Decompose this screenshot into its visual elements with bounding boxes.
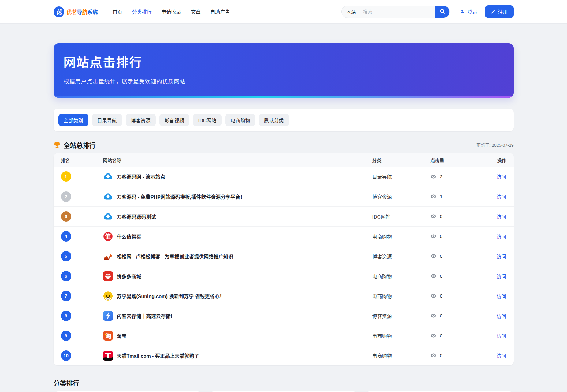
visit-link[interactable]: 访问 bbox=[496, 272, 514, 280]
rank-cell: 10 bbox=[54, 346, 103, 365]
rank-badge: 3 bbox=[61, 211, 71, 222]
svg-text:淘: 淘 bbox=[105, 333, 111, 340]
eye-icon bbox=[431, 194, 436, 199]
visit-link[interactable]: 访问 bbox=[496, 352, 514, 359]
rank-cell: 9 bbox=[54, 326, 103, 346]
section-title: 全站总排行 bbox=[64, 140, 96, 150]
brand-char: 优 bbox=[67, 9, 72, 15]
brand-logo[interactable]: 优 优茗导航系统 bbox=[54, 6, 98, 17]
eye-icon bbox=[431, 353, 436, 358]
search-scope-select[interactable]: 本站 bbox=[342, 9, 356, 15]
filter-chip-6[interactable]: 电商购物 bbox=[225, 114, 255, 126]
site-title-link[interactable]: 刀客源码网 - 演示站点 bbox=[117, 173, 165, 180]
table-head: 排名 网站名称 分类 点击量 操作 bbox=[54, 153, 514, 167]
clicks-count: 0 bbox=[440, 293, 442, 298]
action-cell: 访问 bbox=[496, 266, 514, 286]
site-cell: 闪客云存储｜高速云存储! bbox=[103, 306, 372, 326]
site-cell-inner: 刀客源码 - 免费PHP网站源码模板,插件软件资源分享平台！ bbox=[103, 192, 372, 202]
category-cell: 电商购物 bbox=[372, 286, 431, 306]
clicks-count: 0 bbox=[440, 234, 442, 239]
site-category: 博客资源 bbox=[372, 194, 392, 200]
site-cell-inner: 苏宁易购(Suning.com)-换新到苏宁 省钱更省心！ bbox=[103, 291, 372, 301]
visit-link[interactable]: 访问 bbox=[496, 332, 514, 339]
hero-banner: 网站点击排行 根据用户点击量统计，展示最受欢迎的优质网站 bbox=[54, 43, 514, 98]
visit-link[interactable]: 访问 bbox=[496, 173, 514, 180]
visit-link[interactable]: 访问 bbox=[496, 253, 514, 260]
site-cell-inner: 淘 淘宝 bbox=[103, 331, 372, 341]
site-cell-inner: 刀客源码源码测试 bbox=[103, 212, 372, 221]
table-row: 5 松松网 - 卢松松博客 - 为草根创业者提供网络推广知识 博客资源 0 访问 bbox=[54, 246, 514, 266]
rank-cell: 7 bbox=[54, 286, 103, 306]
register-button[interactable]: 注册 bbox=[485, 5, 513, 18]
site-title-link[interactable]: 拼多多商城 bbox=[117, 272, 141, 280]
filter-chip-2[interactable]: 目录导航 bbox=[92, 114, 122, 126]
site-cell: 松松网 - 卢松松博客 - 为草根创业者提供网络推广知识 bbox=[103, 246, 372, 266]
brand-char: 系 bbox=[88, 9, 93, 15]
filter-chip-4[interactable]: 影音视频 bbox=[159, 114, 189, 126]
category-cell: 电商购物 bbox=[372, 266, 431, 286]
site-title-link[interactable]: 什么值得买 bbox=[117, 233, 141, 240]
nav-item-3[interactable]: 申请收录 bbox=[162, 8, 181, 15]
visit-link[interactable]: 访问 bbox=[496, 213, 514, 220]
nav-item-2[interactable]: 分类排行 bbox=[132, 8, 152, 15]
visit-link[interactable]: 访问 bbox=[496, 233, 514, 240]
login-label: 登录 bbox=[467, 8, 477, 15]
tmall-icon bbox=[103, 351, 113, 361]
site-category: 电商购物 bbox=[372, 234, 392, 239]
brand-name: 优茗导航系统 bbox=[67, 8, 98, 16]
site-title-link[interactable]: 松松网 - 卢松松博客 - 为草根创业者提供网络推广知识 bbox=[117, 253, 233, 260]
nav-item-4[interactable]: 文章 bbox=[191, 8, 201, 15]
rank-cell: 8 bbox=[54, 306, 103, 326]
action-cell: 访问 bbox=[496, 167, 514, 187]
clicks-cell-inner: 2 bbox=[431, 174, 496, 179]
category-cell: IDC网站 bbox=[372, 206, 431, 226]
filter-chip-5[interactable]: IDC网站 bbox=[193, 114, 222, 126]
clicks-cell: 0 bbox=[431, 226, 496, 246]
site-title-link[interactable]: 苏宁易购(Suning.com)-换新到苏宁 省钱更省心！ bbox=[117, 292, 225, 300]
visit-link[interactable]: 访问 bbox=[496, 312, 514, 320]
visit-link[interactable]: 访问 bbox=[496, 292, 514, 300]
site-title-link[interactable]: 淘宝 bbox=[117, 332, 127, 339]
eye-icon bbox=[431, 313, 436, 319]
clicks-cell-inner: 0 bbox=[431, 213, 496, 219]
table-row: 6 拼多多商城 电商购物 0 访问 bbox=[54, 266, 514, 286]
rank-badge: 2 bbox=[61, 191, 71, 202]
filter-chip-3[interactable]: 博客资源 bbox=[126, 114, 156, 126]
brand-char: 航 bbox=[82, 9, 88, 15]
clicks-cell: 0 bbox=[431, 206, 496, 226]
action-cell: 访问 bbox=[496, 187, 514, 206]
clicks-cell-inner: 1 bbox=[431, 194, 496, 199]
search-input[interactable] bbox=[356, 9, 435, 14]
rank-cell: 6 bbox=[54, 266, 103, 286]
visit-link[interactable]: 访问 bbox=[496, 193, 514, 200]
smzdm-icon: 值 bbox=[103, 231, 113, 241]
clicks-count: 0 bbox=[440, 214, 442, 219]
category-filter-bar: 全部类别目录导航博客资源影音视频IDC网站电商购物默认分类 bbox=[54, 109, 514, 131]
site-title-link[interactable]: 刀客源码 - 免费PHP网站源码模板,插件软件资源分享平台！ bbox=[117, 193, 245, 200]
category-cell: 目录导航 bbox=[372, 167, 431, 187]
column-header-category: 分类 bbox=[372, 153, 431, 167]
filter-chip-7[interactable]: 默认分类 bbox=[259, 114, 289, 126]
pencil-icon bbox=[491, 9, 495, 14]
category-cell: 电商购物 bbox=[372, 326, 431, 346]
login-link[interactable]: 登录 bbox=[460, 8, 477, 15]
column-header-rank: 排名 bbox=[54, 153, 103, 167]
search-button[interactable] bbox=[435, 6, 449, 18]
rank-badge: 9 bbox=[61, 331, 71, 341]
nav-item-1[interactable]: 首页 bbox=[113, 8, 122, 15]
clicks-cell-inner: 0 bbox=[431, 293, 496, 299]
site-cell: 拼多多商城 bbox=[103, 266, 372, 286]
search-bar: 本站 bbox=[341, 6, 450, 18]
nav-item-5[interactable]: 自助广告 bbox=[211, 8, 230, 15]
category-cell: 电商购物 bbox=[372, 226, 431, 246]
site-title-link[interactable]: 刀客源码源码测试 bbox=[117, 213, 156, 220]
site-title-link[interactable]: 闪客云存储｜高速云存储! bbox=[117, 312, 172, 320]
filter-chip-1[interactable]: 全部类别 bbox=[58, 114, 88, 126]
site-title-link[interactable]: 天猫Tmall.com - 买正品上天猫就购了 bbox=[117, 352, 199, 359]
category-cell: 博客资源 bbox=[372, 246, 431, 266]
user-icon bbox=[460, 9, 465, 14]
clicks-cell-inner: 0 bbox=[431, 313, 496, 319]
suning-lion-icon bbox=[103, 291, 113, 301]
table-row: 7 苏宁易购(Suning.com)-换新到苏宁 省钱更省心！ 电商购物 0 访… bbox=[54, 286, 514, 306]
rank-badge: 5 bbox=[61, 251, 71, 261]
